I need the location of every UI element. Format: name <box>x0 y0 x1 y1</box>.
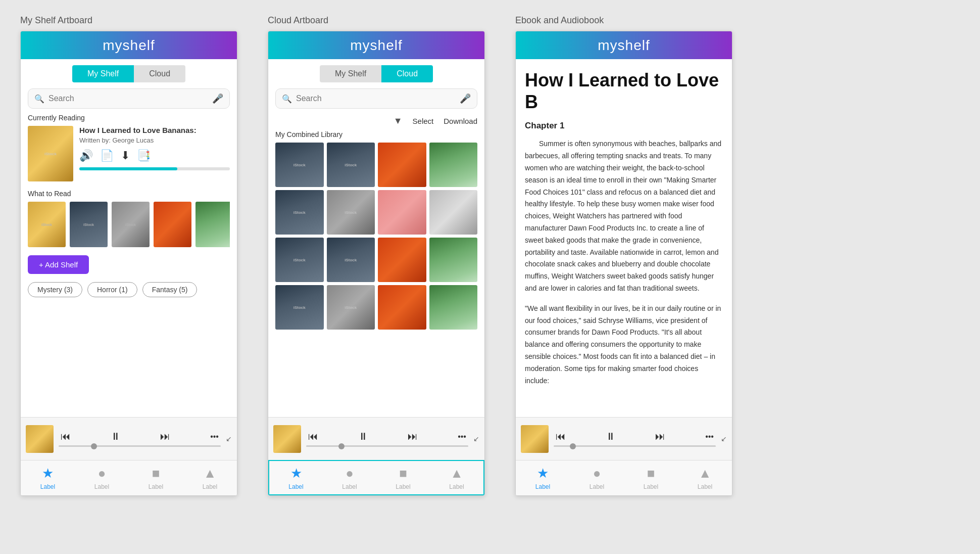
nav-item-1-3[interactable]: ■ Label <box>149 466 163 490</box>
what-to-read-label: What to Read <box>28 190 230 198</box>
expand-icon-2[interactable]: ↙ <box>473 435 479 443</box>
my-shelf-tab-2[interactable]: My Shelf <box>320 65 381 82</box>
select-button[interactable]: Select <box>413 117 434 125</box>
grid-book-14[interactable]: iStock <box>327 285 375 330</box>
expand-icon-3[interactable]: ↙ <box>721 435 727 443</box>
reading-progress-fill <box>79 167 177 170</box>
player-slider-1[interactable] <box>59 445 221 447</box>
player-thumb-2 <box>273 425 301 453</box>
grid-book-9[interactable]: iStock <box>275 238 324 282</box>
nav-item-2-4[interactable]: ▲ Label <box>449 466 464 490</box>
nav-item-2-1[interactable]: ★ Label <box>288 466 303 490</box>
app-title-2: myshelf <box>350 37 402 54</box>
cloud-tab-1[interactable]: Cloud <box>134 65 185 82</box>
grid-book-8[interactable] <box>429 190 478 235</box>
app-header-3: myshelf <box>516 31 732 59</box>
rec-book-3[interactable]: iStock <box>112 202 150 247</box>
search-icon-2: 🔍 <box>282 94 292 104</box>
current-book-thumb[interactable]: iStock <box>28 126 73 181</box>
genre-mystery[interactable]: Mystery (3) <box>28 282 82 297</box>
grid-book-6[interactable]: iStock <box>327 190 375 235</box>
app-title-1: myshelf <box>103 37 155 54</box>
download-icon[interactable]: ⬇ <box>121 149 130 162</box>
filter-icon[interactable]: ▼ <box>394 116 403 126</box>
rec-book-4[interactable] <box>154 202 191 247</box>
search-bar-1: 🔍 🎤 <box>28 88 230 109</box>
ebook-paragraph-2: "We all want flexibility in our lives, b… <box>525 303 723 387</box>
bottom-nav-2: ★ Label ● Label ■ Label ▲ Label <box>268 460 484 495</box>
genre-tags: Mystery (3) Horror (1) Fantasy (5) <box>28 282 230 297</box>
nav-triangle-icon-3: ▲ <box>699 466 712 481</box>
pause-btn-2[interactable]: ⏸ <box>356 431 370 442</box>
genre-horror[interactable]: Horror (1) <box>87 282 137 297</box>
reading-progress-bar <box>79 167 230 170</box>
nav-circle-icon-2: ● <box>346 466 354 481</box>
nav-item-3-4[interactable]: ▲ Label <box>698 466 712 490</box>
mic-icon-2[interactable]: 🎤 <box>460 93 471 104</box>
grid-book-1[interactable]: iStock <box>275 143 324 187</box>
nav-item-2-3[interactable]: ■ Label <box>396 466 410 490</box>
nav-item-3-1[interactable]: ★ Label <box>535 466 550 490</box>
player-slider-thumb-2 <box>338 443 345 449</box>
nav-label-1-3: Label <box>149 483 163 490</box>
nav-item-3-2[interactable]: ● Label <box>590 466 604 490</box>
skip-forward-btn-1[interactable]: ⏭ <box>158 431 172 442</box>
mic-icon-1[interactable]: 🎤 <box>212 93 223 104</box>
grid-book-13[interactable]: iStock <box>275 285 324 330</box>
rec-book-2[interactable]: iStock <box>70 202 108 247</box>
player-slider-3[interactable] <box>554 445 716 447</box>
download-button[interactable]: Download <box>444 117 477 125</box>
grid-book-12[interactable] <box>429 238 478 282</box>
grid-book-10[interactable]: iStock <box>327 238 375 282</box>
grid-book-3[interactable] <box>378 143 426 187</box>
grid-book-4[interactable] <box>429 143 478 187</box>
skip-forward-btn-3[interactable]: ⏭ <box>653 431 667 442</box>
skip-back-btn-3[interactable]: ⏮ <box>554 431 568 442</box>
nav-label-2-1: Label <box>288 483 303 490</box>
cloud-tab-2[interactable]: Cloud <box>381 65 433 82</box>
nav-item-1-1[interactable]: ★ Label <box>40 466 55 490</box>
skip-forward-btn-2[interactable]: ⏭ <box>406 431 420 442</box>
cloud-content-spacer <box>268 330 484 417</box>
more-btn-2[interactable]: ••• <box>456 432 468 441</box>
grid-book-5[interactable]: iStock <box>275 190 324 235</box>
search-input-1[interactable] <box>48 94 212 103</box>
nav-item-1-2[interactable]: ● Label <box>94 466 109 490</box>
grid-book-11[interactable] <box>378 238 426 282</box>
nav-star-icon-3: ★ <box>537 466 549 481</box>
book-action-icons: 🔊 📄 ⬇ 📑 <box>79 149 230 162</box>
genre-fantasy[interactable]: Fantasy (5) <box>142 282 198 297</box>
pause-btn-3[interactable]: ⏸ <box>604 431 618 442</box>
grid-book-16[interactable] <box>429 285 478 330</box>
skip-back-btn-2[interactable]: ⏮ <box>306 431 320 442</box>
grid-book-2[interactable]: iStock <box>327 143 375 187</box>
audio-icon[interactable]: 🔊 <box>79 149 93 162</box>
nav-item-3-3[interactable]: ■ Label <box>644 466 658 490</box>
media-player-3: ⏮ ⏸ ⏭ ••• ↙ <box>516 417 732 460</box>
pause-btn-1[interactable]: ⏸ <box>109 431 123 442</box>
nav-star-icon-1: ★ <box>42 466 54 481</box>
expand-icon-1[interactable]: ↙ <box>226 435 232 443</box>
grid-book-7[interactable] <box>378 190 426 235</box>
nav-item-1-4[interactable]: ▲ Label <box>203 466 217 490</box>
add-shelf-button[interactable]: + Add Shelf <box>28 255 89 274</box>
rec-book-5[interactable] <box>195 202 230 247</box>
my-shelf-tab-1[interactable]: My Shelf <box>72 65 134 82</box>
current-book-info: How I Learned to Love Bananas: Written b… <box>79 126 230 181</box>
search-input-2[interactable] <box>296 94 460 103</box>
current-book-title: How I Learned to Love Bananas: <box>79 126 230 134</box>
skip-back-btn-1[interactable]: ⏮ <box>59 431 73 442</box>
more-btn-3[interactable]: ••• <box>703 432 716 441</box>
combined-library-label: My Combined Library <box>268 130 484 143</box>
content-area-1: Currently Reading iStock How I Learned t… <box>21 114 237 417</box>
grid-book-15[interactable] <box>378 285 426 330</box>
bookmark-icon[interactable]: 📑 <box>137 149 151 162</box>
rec-book-1[interactable]: iStock <box>28 202 66 247</box>
player-controls-3: ⏮ ⏸ ⏭ ••• <box>554 431 716 447</box>
nav-item-2-2[interactable]: ● Label <box>342 466 357 490</box>
player-slider-thumb-3 <box>570 443 576 449</box>
text-icon[interactable]: 📄 <box>100 149 114 162</box>
media-player-1: ⏮ ⏸ ⏭ ••• ↙ <box>21 417 237 460</box>
more-btn-1[interactable]: ••• <box>208 432 221 441</box>
player-slider-2[interactable] <box>306 445 468 447</box>
